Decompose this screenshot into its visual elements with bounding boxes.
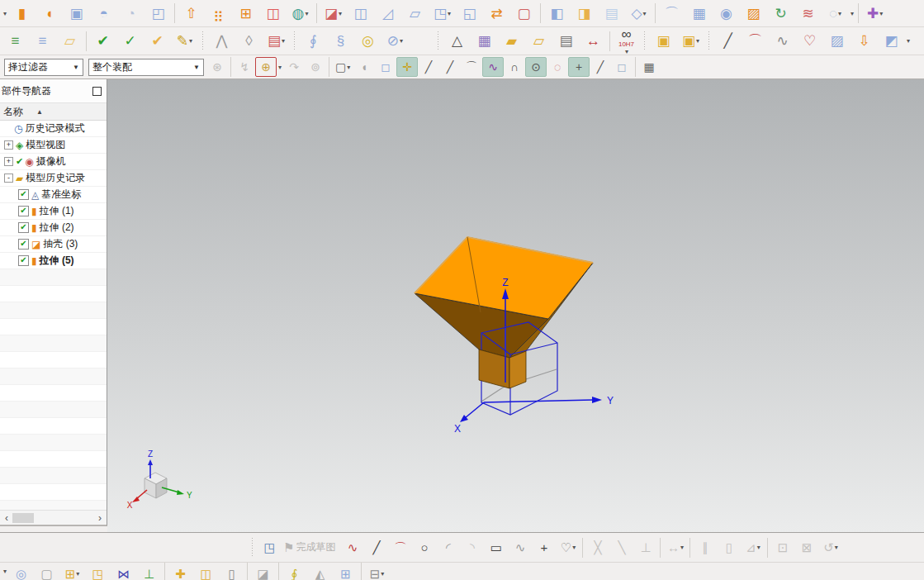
dropdown-caret[interactable]: ▾ (838, 10, 841, 17)
hole-button[interactable]: ▣ (63, 2, 90, 25)
interference-check-button[interactable]: ◭ (307, 563, 333, 580)
bounded-plane-button[interactable]: ◉ (713, 2, 740, 25)
sketch-circle-button[interactable]: ○ (412, 537, 436, 559)
snap-existing-point-button[interactable]: ◌ (547, 57, 568, 77)
rename-objects-button[interactable]: ✎▾ (171, 30, 198, 53)
lock-body-button[interactable]: ▣▾ (677, 30, 704, 53)
mirror-assembly-button[interactable]: ⋈ (111, 563, 136, 580)
dropdown-caret[interactable]: ▾ (305, 10, 308, 17)
collapse-toggle[interactable]: - (4, 174, 13, 183)
dropdown-caret[interactable]: ▾ (448, 10, 451, 17)
restore-selection-button[interactable]: ↷ (283, 57, 305, 77)
move-component-button[interactable]: ✚ (168, 563, 193, 580)
deselect-button[interactable]: ↯ (234, 57, 255, 77)
revolve-button[interactable]: ▮ (8, 2, 36, 25)
washer-button[interactable]: ◎ (354, 30, 381, 53)
artistic-spline-button[interactable]: ♡ (796, 30, 823, 53)
tree-item-extrude-2[interactable]: ✔▮拉伸 (2) (0, 220, 107, 236)
snap-point-button[interactable]: ✛ (396, 57, 418, 77)
deviation-table-button[interactable]: ▦ (471, 30, 498, 53)
measure-distance-button[interactable]: ↔ (580, 30, 607, 53)
move-object-button[interactable]: ✚▾ (861, 2, 888, 25)
snap-point-on-face-button[interactable]: ◻ (611, 57, 633, 77)
sketch-arc-button[interactable]: ⌒ (388, 537, 412, 559)
scroll-right-arrow[interactable]: › (95, 513, 105, 523)
sketch-relations-button[interactable]: ↺▾ (818, 537, 842, 559)
dropdown-caret[interactable]: ▾ (680, 544, 684, 551)
tree-item-shell-3[interactable]: ✔◪抽壳 (3) (0, 236, 107, 253)
x-axis-label[interactable]: X (454, 423, 461, 435)
revolve-half-button[interactable]: ◖ (36, 2, 63, 25)
quick-extend-button[interactable]: ╲ (609, 537, 633, 559)
product-outline-button[interactable]: ▢ (34, 563, 59, 580)
tree-item-model-history[interactable]: -▰模型历史记录 (0, 170, 107, 187)
view-triad[interactable]: Z Y X (127, 449, 192, 510)
pattern-feature-button[interactable]: ⣶ (205, 2, 232, 25)
dropdown-caret[interactable]: ▾ (189, 37, 192, 45)
snap-point-on-curve-button[interactable]: ╱ (590, 57, 611, 77)
visibility-checkbox[interactable]: ✔ (18, 239, 29, 250)
group-folder-button[interactable]: ▱ (525, 30, 552, 53)
scrollbar-thumb[interactable] (12, 513, 34, 523)
toolbar-grip[interactable] (436, 31, 441, 51)
toolbar-grip[interactable] (292, 31, 297, 51)
wrap-geometry-button[interactable]: ◊ (235, 30, 263, 53)
dropdown-caret[interactable]: ▾ (3, 568, 7, 575)
toolbar-grip[interactable] (250, 538, 255, 558)
dropdown-caret[interactable]: ▾ (282, 37, 285, 45)
point-folder-button[interactable]: ▰ (498, 30, 525, 53)
sketch-point-button[interactable]: + (532, 537, 556, 559)
wave-geometry-linker-button[interactable]: ∮ (282, 563, 307, 580)
finish-sketch-button[interactable]: ⚑完成草图 (282, 537, 340, 559)
name-column-header[interactable]: 名称 ▲ (0, 102, 107, 121)
arc-curve-button[interactable]: ⌒ (742, 30, 769, 53)
information-note-button[interactable]: ▤ (552, 30, 580, 53)
dropdown-caret[interactable]: ▾ (76, 570, 79, 578)
expand-toggle[interactable]: + (4, 140, 13, 150)
y-axis-label[interactable]: Y (607, 395, 614, 406)
grid-display-button[interactable]: ▦ (638, 57, 660, 77)
tree-item-model-views[interactable]: +◈模型视图 (0, 137, 107, 154)
split-body-button[interactable]: ◫ (347, 2, 374, 25)
profile-button[interactable]: ∿ (340, 537, 364, 559)
snap-midpoint-button[interactable]: ╱ (439, 57, 461, 77)
shell-button[interactable]: ◧ (543, 2, 571, 25)
unite-button[interactable]: ◍▾ (287, 2, 314, 25)
combo-dropdown-caret[interactable]: ▼ (193, 64, 200, 71)
selection-history-button[interactable]: ⊚ (305, 57, 326, 77)
pocket-button[interactable]: ◰ (145, 2, 172, 25)
add-component-button[interactable]: ⊞▾ (59, 563, 85, 580)
sketch-chamfer-button[interactable]: ◝ (460, 537, 484, 559)
marquee-style-button[interactable]: ▢▾ (332, 57, 353, 77)
section-surface-button[interactable]: ≋ (794, 2, 822, 25)
z-axis-label[interactable]: Z (502, 277, 508, 288)
toolbar-grip[interactable] (642, 31, 647, 51)
edit-sequence-button[interactable]: ▤▾ (263, 30, 290, 53)
convert-to-reference-button[interactable]: ⊡ (770, 537, 794, 559)
dropdown-caret[interactable]: ▾ (572, 544, 576, 551)
n-sided-surface-button[interactable]: ◌▾ (822, 2, 849, 25)
dropdown-caret[interactable]: ▾ (757, 544, 761, 551)
offset-face-button[interactable]: ▢ (510, 2, 538, 25)
make-corner-button[interactable]: ⊥ (633, 537, 657, 559)
dropdown-caret[interactable]: ▾ (879, 10, 883, 17)
replace-face-button[interactable]: ⇄ (483, 2, 510, 25)
geometric-constraints-button[interactable]: ∥ (693, 537, 717, 559)
tree-item-extrude-5[interactable]: ✔▮拉伸 (5) (0, 253, 107, 269)
selection-filter-combo[interactable]: 择过滤器▼ (4, 59, 83, 76)
project-curve-button[interactable]: ⇩ (851, 30, 878, 53)
quick-trim-button[interactable]: ╳ (585, 537, 609, 559)
stem-right-face[interactable] (509, 351, 526, 388)
snap-control-point-button[interactable]: ⌒ (461, 57, 482, 77)
sheet-body-button[interactable]: ▤ (598, 2, 625, 25)
visibility-checkbox[interactable]: ✔ (18, 255, 29, 266)
scroll-left-arrow[interactable]: ‹ (2, 513, 12, 523)
surface-curve-button[interactable]: ▨ (823, 30, 851, 53)
boss-button[interactable]: ◓ (90, 2, 117, 25)
find-component-button[interactable]: ◎ (8, 563, 34, 580)
thicken-button[interactable]: ◨ (571, 2, 598, 25)
sort-ascending-icon[interactable]: ▲ (36, 108, 43, 116)
shaded-tool-button[interactable]: ◖ (353, 57, 375, 77)
offset-curve-button[interactable]: ♡▾ (556, 537, 580, 559)
expand-toggle[interactable]: + (4, 157, 13, 166)
